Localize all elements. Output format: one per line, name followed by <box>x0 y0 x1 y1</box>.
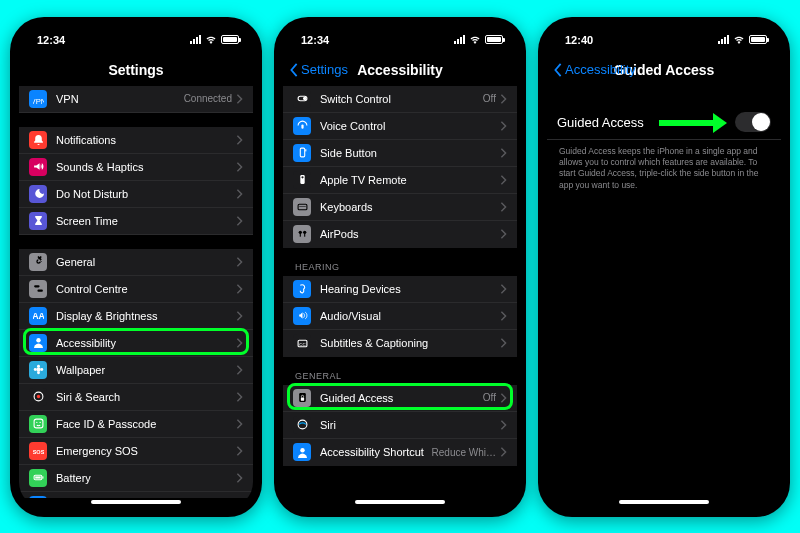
row-detail: Reduce Whi… <box>432 447 496 458</box>
row-notifications[interactable]: Notifications <box>19 127 253 154</box>
svg-rect-12 <box>34 419 43 428</box>
row-detail: Off <box>483 93 496 104</box>
ear-icon <box>293 280 311 298</box>
nav-bar: Settings Accessibility <box>283 54 517 86</box>
chevron-right-icon <box>500 148 507 158</box>
row-control-centre[interactable]: Control Centre <box>19 276 253 303</box>
svg-rect-35 <box>300 398 303 401</box>
chevron-right-icon <box>236 189 243 199</box>
svg-rect-31 <box>304 232 305 236</box>
row-sounds-haptics[interactable]: Sounds & Haptics <box>19 154 253 181</box>
back-button[interactable]: Settings <box>289 62 348 77</box>
notch <box>345 17 455 39</box>
chevron-right-icon <box>236 473 243 483</box>
home-indicator[interactable] <box>355 500 445 504</box>
nav-bar: Accessibility Guided Access <box>547 54 781 86</box>
row-display-brightness[interactable]: AADisplay & Brightness <box>19 303 253 330</box>
home-indicator[interactable] <box>91 500 181 504</box>
row-side-button[interactable]: Side Button <box>283 140 517 167</box>
svg-rect-17 <box>42 476 43 478</box>
chevron-right-icon <box>500 175 507 185</box>
row-siri[interactable]: Siri <box>283 412 517 439</box>
chevron-right-icon <box>236 94 243 104</box>
button-icon <box>293 144 311 162</box>
row-airpods[interactable]: AirPods <box>283 221 517 248</box>
row-label: General <box>56 256 236 268</box>
row-label: Switch Control <box>320 93 483 105</box>
row-battery[interactable]: Battery <box>19 465 253 492</box>
flower-icon <box>29 361 47 379</box>
chevron-right-icon <box>236 216 243 226</box>
chevron-right-icon <box>236 446 243 456</box>
section-header-general: GENERAL <box>283 371 517 385</box>
svg-point-8 <box>33 368 36 371</box>
status-time: 12:34 <box>37 34 65 46</box>
highlight-arrow <box>659 120 717 126</box>
svg-point-25 <box>301 176 303 178</box>
row-wallpaper[interactable]: Wallpaper <box>19 357 253 384</box>
row-label: Accessibility <box>56 337 236 349</box>
row-label: Display & Brightness <box>56 310 236 322</box>
svg-point-37 <box>300 448 304 452</box>
chevron-right-icon <box>236 284 243 294</box>
row-privacy[interactable]: Privacy <box>19 492 253 498</box>
row-label: Do Not Disturb <box>56 188 236 200</box>
chevron-right-icon <box>500 311 507 321</box>
voice-icon <box>293 117 311 135</box>
svg-point-5 <box>36 367 40 371</box>
back-button[interactable]: Accessibility <box>553 62 636 77</box>
chevron-right-icon <box>236 257 243 267</box>
row-switch-control[interactable]: Switch ControlOff <box>283 86 517 113</box>
settings-list[interactable]: VPNVPNConnectedNotificationsSounds & Hap… <box>19 86 253 498</box>
row-emergency-sos[interactable]: SOSEmergency SOS <box>19 438 253 465</box>
row-screen-time[interactable]: Screen Time <box>19 208 253 235</box>
row-label: Battery <box>56 472 236 484</box>
chevron-right-icon <box>236 365 243 375</box>
wifi-icon <box>469 35 481 44</box>
row-do-not-disturb[interactable]: Do Not Disturb <box>19 181 253 208</box>
row-vpn[interactable]: VPNVPNConnected <box>19 86 253 113</box>
row-subtitles-captioning[interactable]: CCSubtitles & Captioning <box>283 330 517 357</box>
siri-icon <box>29 388 47 406</box>
cc-icon: CC <box>293 334 311 352</box>
row-face-id-passcode[interactable]: Face ID & Passcode <box>19 411 253 438</box>
svg-point-7 <box>37 371 40 374</box>
row-accessibility[interactable]: Accessibility <box>19 330 253 357</box>
chevron-right-icon <box>500 94 507 104</box>
row-accessibility-shortcut[interactable]: Accessibility ShortcutReduce Whi… <box>283 439 517 466</box>
row-voice-control[interactable]: Voice Control <box>283 113 517 140</box>
row-apple-tv-remote[interactable]: Apple TV Remote <box>283 167 517 194</box>
nav-bar: Settings <box>19 54 253 86</box>
svg-text:SOS: SOS <box>33 449 44 455</box>
svg-rect-26 <box>298 204 307 210</box>
accessibility-list[interactable]: Switch ControlOffVoice ControlSide Butto… <box>283 86 517 498</box>
row-guided-access-toggle[interactable]: Guided Access <box>547 106 781 140</box>
back-label: Accessibility <box>565 62 636 77</box>
row-label: Notifications <box>56 134 236 146</box>
row-guided-access[interactable]: Guided AccessOff <box>283 385 517 412</box>
svg-point-14 <box>39 422 40 423</box>
sound-icon <box>29 158 47 176</box>
row-keyboards[interactable]: Keyboards <box>283 194 517 221</box>
home-indicator[interactable] <box>619 500 709 504</box>
toggle-switch[interactable] <box>735 112 771 132</box>
signal-icon <box>454 35 465 44</box>
chevron-right-icon <box>236 419 243 429</box>
face-icon <box>29 415 47 433</box>
row-audio-visual[interactable]: Audio/Visual <box>283 303 517 330</box>
svg-rect-21 <box>301 124 303 128</box>
row-label: Voice Control <box>320 120 500 132</box>
row-label: Siri & Search <box>56 391 236 403</box>
gear-icon <box>29 253 47 271</box>
back-label: Settings <box>301 62 348 77</box>
chevron-right-icon <box>500 121 507 131</box>
row-label: Side Button <box>320 147 500 159</box>
bell-icon <box>29 131 47 149</box>
row-general[interactable]: General <box>19 249 253 276</box>
row-label: Emergency SOS <box>56 445 236 457</box>
iphone-mock-3: 12:40 Accessibility Guided Access Guided… <box>538 17 790 517</box>
row-siri-search[interactable]: Siri & Search <box>19 384 253 411</box>
row-hearing-devices[interactable]: Hearing Devices <box>283 276 517 303</box>
remote-icon <box>293 171 311 189</box>
svg-point-20 <box>303 97 306 100</box>
